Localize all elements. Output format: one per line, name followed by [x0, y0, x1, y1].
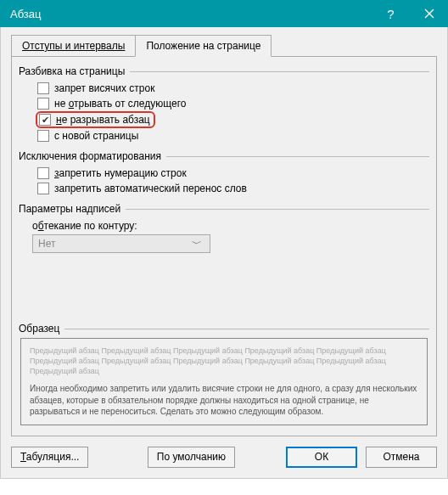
- checkbox-pagebreak[interactable]: [37, 130, 49, 142]
- tab-bar: Отступы и интервалы Положение на страниц…: [11, 35, 437, 57]
- group-pagination-label: Разбивка на страницы: [19, 65, 125, 77]
- checkbox-nohyphen-label: запретить автоматический перенос слов: [54, 183, 247, 194]
- group-formatting: Исключения форматирования запретить нуме…: [19, 150, 429, 196]
- group-preview-label: Образец: [19, 323, 59, 335]
- divider: [64, 329, 429, 329]
- checkbox-row-keeplines-highlight: не разрывать абзац: [36, 111, 155, 128]
- group-pagination-header: Разбивка на страницы: [19, 65, 429, 77]
- checkbox-pagebreak-label: с новой страницы: [54, 130, 138, 142]
- group-formatting-label: Исключения форматирования: [19, 150, 161, 162]
- wrap-label: обтекание по контуру:: [32, 220, 137, 232]
- close-icon: [424, 8, 434, 19]
- checkbox-nonum-label: запретить нумерацию строк: [54, 167, 187, 179]
- checkbox-row-nonum[interactable]: запретить нумерацию строк: [19, 166, 429, 181]
- checkbox-keepnext[interactable]: [37, 98, 49, 110]
- group-formatting-header: Исключения форматирования: [19, 150, 429, 162]
- checkbox-row-widow[interactable]: запрет висячих строк: [19, 81, 429, 96]
- checkbox-row-nohyphen[interactable]: запретить автоматический перенос слов: [19, 181, 429, 196]
- checkbox-nonum[interactable]: [37, 167, 49, 179]
- wrap-field: обтекание по контуру: Нет ﹀: [19, 218, 429, 256]
- checkbox-row-keepnext[interactable]: не отрывать от следующего: [19, 96, 429, 111]
- group-textbox-label: Параметры надписей: [19, 203, 120, 215]
- tabs-button[interactable]: Табуляция...: [11, 447, 88, 468]
- tab-panel: Разбивка на страницы запрет висячих стро…: [11, 56, 437, 436]
- divider: [166, 156, 429, 157]
- checkbox-widow-label: запрет висячих строк: [54, 82, 154, 94]
- group-preview: Образец Предыдущий абзац Предыдущий абза…: [19, 323, 429, 425]
- default-button[interactable]: По умолчанию: [148, 447, 235, 468]
- checkbox-keeplines-label: не разрывать абзац: [56, 114, 150, 126]
- wrap-select-value: Нет: [38, 238, 55, 250]
- button-bar: Табуляция... По умолчанию ОК Отмена: [11, 436, 437, 468]
- preview-desc: Иногда необходимо запретить или удалить …: [30, 383, 418, 418]
- divider: [126, 209, 429, 210]
- tab-indents[interactable]: Отступы и интервалы: [11, 35, 136, 57]
- dialog-content: Отступы и интервалы Положение на страниц…: [0, 27, 448, 479]
- titlebar: Абзац ?: [0, 0, 448, 27]
- help-button[interactable]: ?: [372, 0, 410, 27]
- checkbox-row-pagebreak[interactable]: с новой страницы: [19, 128, 429, 143]
- spacer: [19, 263, 429, 323]
- close-button[interactable]: [410, 0, 448, 27]
- preview-lorem: Предыдущий абзац Предыдущий абзац Предыд…: [30, 346, 418, 376]
- checkbox-keeplines[interactable]: [39, 114, 51, 126]
- divider: [130, 71, 429, 72]
- ok-button[interactable]: ОК: [286, 447, 357, 468]
- group-preview-header: Образец: [19, 323, 429, 335]
- group-pagination: Разбивка на страницы запрет висячих стро…: [19, 65, 429, 143]
- preview-box: Предыдущий абзац Предыдущий абзац Предыд…: [20, 338, 428, 425]
- window-title: Абзац: [10, 8, 372, 20]
- checkbox-widow[interactable]: [37, 82, 49, 94]
- cancel-button[interactable]: Отмена: [366, 447, 437, 468]
- group-textbox: Параметры надписей обтекание по контуру:…: [19, 203, 429, 256]
- tab-pageposition[interactable]: Положение на странице: [135, 35, 272, 57]
- group-textbox-header: Параметры надписей: [19, 203, 429, 215]
- checkbox-nohyphen[interactable]: [37, 183, 49, 194]
- wrap-select[interactable]: Нет ﹀: [32, 234, 210, 253]
- chevron-down-icon: ﹀: [189, 237, 204, 251]
- checkbox-keepnext-label: не отрывать от следующего: [54, 98, 186, 110]
